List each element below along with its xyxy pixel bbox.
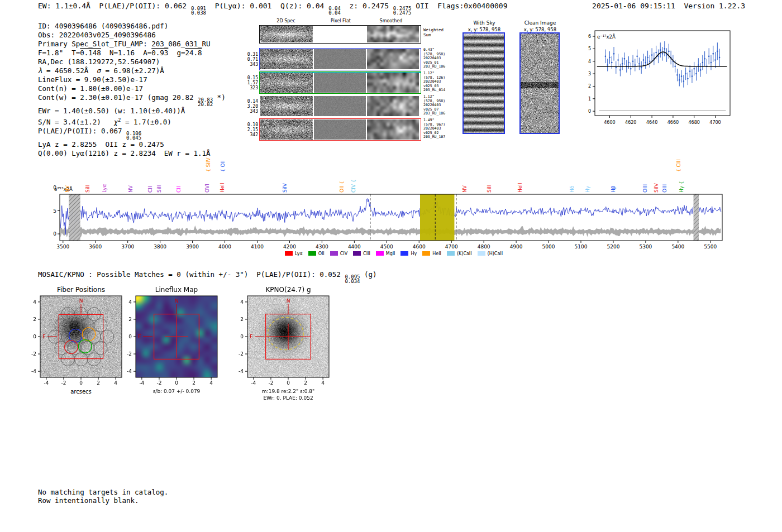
with-sky-panel: With Sky x, y: 578, 958 bbox=[461, 16, 508, 136]
with-sky-title: With Sky bbox=[461, 20, 507, 26]
emission-line-label: OII { bbox=[339, 181, 345, 193]
overlined-value: 0.148 bbox=[80, 49, 101, 57]
x-tick-label: 4900 bbox=[510, 244, 523, 250]
legend-item: Hγ bbox=[400, 251, 417, 256]
info-line: EWr = 1.40(±0.50) (w: 1.10(±0.40))Å bbox=[38, 107, 226, 116]
emission-line-label: CIV { bbox=[351, 179, 356, 193]
y-tick-label: -2 bbox=[239, 351, 244, 357]
emission-line-label: SiII bbox=[85, 185, 90, 193]
legend-label: (H)CaII bbox=[488, 251, 503, 256]
spec2d-smoothed-image bbox=[367, 49, 419, 69]
data-point bbox=[647, 57, 649, 59]
x-tick-label: 4640 bbox=[646, 120, 657, 125]
x-tick-label: 4 bbox=[321, 380, 325, 386]
x-tick-label: 4660 bbox=[667, 120, 679, 125]
legend-item: CIII bbox=[353, 251, 370, 256]
legend-label: CIII bbox=[363, 251, 370, 256]
spec2d-row bbox=[259, 48, 421, 70]
x-tick-label: 0 bbox=[287, 380, 290, 386]
emission-line-label: SiIV bbox=[654, 183, 659, 193]
x-tick-label: 4 bbox=[209, 380, 213, 386]
emission-line-label: Hγ { bbox=[679, 181, 684, 193]
catalog-note-line1: No matching targets in catalog. bbox=[38, 488, 168, 496]
data-point bbox=[702, 62, 704, 64]
full-spectrum-chart: 3500360037003800390040004100420043004400… bbox=[53, 150, 735, 261]
extraction-box bbox=[59, 314, 103, 358]
emission-line-label: SiII bbox=[487, 185, 492, 193]
emission-line-label: { SiIV bbox=[206, 157, 211, 172]
data-point bbox=[636, 56, 638, 57]
y-tick-label: -4 bbox=[239, 368, 244, 374]
summary-header: EW: 1.1±0.4Å P(LAE)/P(OII): 0.062 0.0910… bbox=[38, 2, 508, 15]
data-point bbox=[698, 64, 699, 66]
fiber-circle bbox=[61, 308, 75, 321]
spec2d-row-left-labels: 0.102.15342 bbox=[246, 122, 258, 137]
clean-image bbox=[519, 32, 560, 134]
spec2d-row-right-labels: 1.12"(578, 958)20220403v025_07203_RU_106 bbox=[423, 95, 457, 116]
panel-kpno-overlay: -4-4-2-2002244NE bbox=[228, 285, 343, 405]
superscript: 2 bbox=[118, 117, 121, 123]
emission-line-label: OIII bbox=[642, 184, 648, 193]
emission-line-label: CII bbox=[176, 186, 182, 193]
north-label: N bbox=[175, 298, 179, 304]
emission-line-label: Lyα bbox=[102, 184, 107, 193]
emission-line-label: Hγ bbox=[585, 185, 590, 193]
spec2d-2d-image bbox=[260, 49, 313, 69]
x-tick-label: -2 bbox=[156, 380, 161, 386]
lineflux-map-panel: Lineflux Map s/b: 0.07 +/- 0.079 -4-4-2-… bbox=[117, 285, 231, 405]
y-tick-label: 0 bbox=[128, 334, 132, 339]
fiber-circle bbox=[81, 319, 94, 332]
with-sky-image bbox=[462, 32, 505, 134]
emission-line-label: OVI bbox=[204, 184, 210, 193]
spectrum-legend: LyαOIICIVCIIIMgIIHγHeII(K)CaII(H)CaII bbox=[53, 250, 735, 257]
spec2d-row-left-labels: 0.143.20343 bbox=[246, 99, 258, 114]
x-tick-label: 2 bbox=[192, 380, 196, 386]
data-point bbox=[712, 53, 714, 55]
data-point bbox=[714, 59, 716, 61]
y-tick-label: 0 bbox=[33, 334, 36, 339]
y-tick-label: 2 bbox=[240, 317, 244, 322]
legend-swatch bbox=[478, 251, 485, 256]
x-tick-label: 3700 bbox=[121, 244, 134, 250]
y-tick-label: 2 bbox=[33, 317, 36, 322]
legend-swatch bbox=[447, 251, 455, 256]
spec2d-2d-image bbox=[260, 73, 313, 93]
data-point bbox=[683, 80, 685, 82]
x-tick-label: 5400 bbox=[671, 244, 684, 250]
x-tick-label: 5100 bbox=[575, 244, 588, 250]
clean-image-panel: Clean Image x, y: 578, 958 bbox=[518, 16, 563, 136]
fiber-circle bbox=[101, 330, 114, 343]
spec2d-smoothed-image bbox=[367, 96, 419, 116]
x-tick-label: 2 bbox=[97, 380, 100, 386]
data-point bbox=[695, 73, 697, 75]
info-line: ID: 4090396486 (4090396486.pdf) bbox=[38, 22, 226, 31]
data-point bbox=[660, 49, 661, 51]
data-point bbox=[649, 60, 651, 62]
data-point bbox=[607, 64, 608, 66]
data-point bbox=[619, 69, 621, 71]
emission-line-label: { CIII bbox=[676, 159, 681, 172]
data-point bbox=[676, 74, 678, 76]
x-tick-label: 4620 bbox=[625, 120, 636, 125]
info-line: Cont(n) = 1.80(±0.00)e-17 bbox=[38, 84, 226, 93]
spec2d-cutouts-panel: 2D Spec Pixel Flat Smoothed WeightedSum0… bbox=[246, 16, 436, 145]
x-tick-label: 4600 bbox=[413, 244, 426, 250]
spec2d-rows: WeightedSum0.310.713430.43"(578, 958)202… bbox=[246, 16, 436, 145]
clean-image-title: Clean Image bbox=[518, 20, 562, 26]
legend-item: (H)CaII bbox=[478, 251, 503, 256]
y-tick-label: 5 bbox=[53, 208, 56, 214]
data-point bbox=[700, 69, 702, 71]
y-tick-label: 4 bbox=[588, 59, 591, 64]
x-tick-label: 4700 bbox=[445, 244, 458, 250]
fiber-circle bbox=[55, 319, 68, 332]
data-point bbox=[611, 62, 613, 64]
x-tick-label: 4680 bbox=[689, 120, 700, 125]
spec2d-2d-image bbox=[260, 26, 313, 42]
legend-swatch bbox=[285, 251, 293, 256]
data-point bbox=[692, 75, 693, 77]
y-tick-label: 6 bbox=[588, 34, 591, 39]
x-tick-label: 3800 bbox=[154, 244, 166, 250]
report-datetime: 2025-01-06 09:15:11 Version 1.22.3 bbox=[592, 2, 745, 10]
legend-item: HeII bbox=[422, 251, 441, 256]
spec2d-smoothed-image bbox=[367, 26, 419, 42]
